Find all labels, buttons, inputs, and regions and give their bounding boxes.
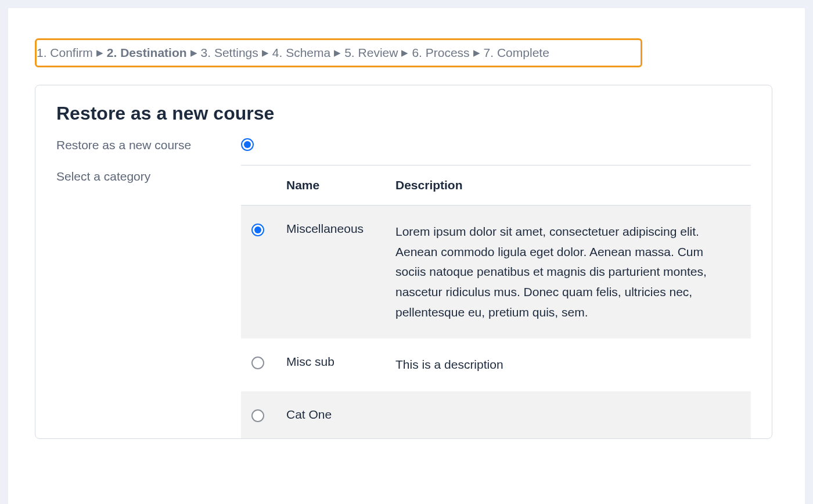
select-category-label: Select a category	[56, 165, 241, 183]
step-schema[interactable]: 4. Schema	[272, 46, 330, 60]
chevron-right-icon: ▶	[473, 48, 480, 58]
chevron-right-icon: ▶	[401, 48, 408, 58]
content-card: Restore as a new course Restore as a new…	[35, 85, 772, 439]
chevron-right-icon: ▶	[96, 48, 103, 58]
header-description: Description	[395, 178, 751, 192]
category-radio-miscellaneous[interactable]	[251, 224, 264, 236]
restore-new-course-radio[interactable]	[241, 138, 254, 151]
step-settings[interactable]: 3. Settings	[201, 46, 258, 60]
header-name: Name	[286, 178, 395, 192]
step-process[interactable]: 6. Process	[412, 46, 469, 60]
chevron-right-icon: ▶	[334, 48, 341, 58]
category-name: Misc sub	[286, 355, 395, 369]
step-review[interactable]: 5. Review	[344, 46, 398, 60]
stepper: 1. Confirm ▶ 2. Destination ▶ 3. Setting…	[37, 46, 631, 60]
category-description: Lorem ipsum dolor sit amet, consectetuer…	[395, 222, 751, 322]
table-row[interactable]: Misc sub This is a description	[241, 339, 751, 391]
table-row[interactable]: Cat One	[241, 391, 751, 438]
step-complete[interactable]: 7. Complete	[484, 46, 549, 60]
chevron-right-icon: ▶	[262, 48, 269, 58]
step-destination[interactable]: 2. Destination	[107, 46, 187, 60]
category-radio-misc-sub[interactable]	[251, 357, 264, 369]
restore-option-label: Restore as a new course	[56, 137, 241, 152]
stepper-highlight: 1. Confirm ▶ 2. Destination ▶ 3. Setting…	[35, 38, 642, 67]
step-confirm[interactable]: 1. Confirm	[37, 46, 93, 60]
category-section: Select a category Name Description Misce…	[56, 165, 751, 438]
category-radio-cat-one[interactable]	[251, 409, 264, 422]
category-table: Name Description Miscellaneous Lorem ips…	[241, 165, 751, 438]
table-header: Name Description	[241, 165, 751, 206]
category-name: Cat One	[286, 408, 395, 422]
table-row[interactable]: Miscellaneous Lorem ipsum dolor sit amet…	[241, 206, 751, 339]
page-wrapper: 1. Confirm ▶ 2. Destination ▶ 3. Setting…	[8, 8, 805, 504]
restore-option-row: Restore as a new course	[56, 137, 751, 152]
category-name: Miscellaneous	[286, 222, 395, 236]
page-title: Restore as a new course	[56, 103, 751, 124]
category-description: This is a description	[395, 355, 751, 375]
chevron-right-icon: ▶	[190, 48, 197, 58]
